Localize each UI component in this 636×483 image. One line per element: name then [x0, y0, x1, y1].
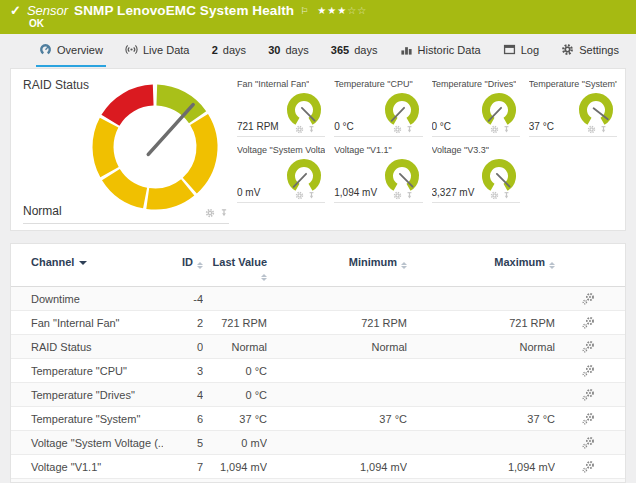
- raid-status-value: Normal: [23, 204, 62, 218]
- pin-icon[interactable]: [599, 125, 608, 134]
- tab-overview[interactable]: Overview: [36, 34, 106, 67]
- status-check-icon: ✓: [10, 3, 21, 19]
- priority-stars[interactable]: ★★★☆☆: [317, 3, 367, 19]
- gear-icon[interactable]: [490, 125, 499, 134]
- tab-label: Settings: [579, 44, 619, 56]
- tab-live-data[interactable]: Live Data: [122, 34, 192, 67]
- gauge-dial: [479, 90, 519, 130]
- actions-cell: [555, 407, 625, 431]
- last-value-cell: Normal: [203, 335, 267, 359]
- page-title: SNMP LenovoEMC System Health: [74, 3, 294, 19]
- maximum-cell: [407, 431, 555, 455]
- gear-icon[interactable]: [393, 125, 402, 134]
- last-value-cell: 721 RPM: [203, 311, 267, 335]
- gauge-panel: Temperature "System" 37 °C: [529, 77, 617, 137]
- raid-gauge-needle: [148, 105, 193, 155]
- flag-icon[interactable]: ⚐: [300, 3, 308, 19]
- pin-icon[interactable]: [405, 125, 414, 134]
- gear-icon[interactable]: [205, 208, 215, 218]
- gear-icon[interactable]: [295, 125, 304, 134]
- channel-settings-gears-icon[interactable]: [582, 340, 595, 353]
- gauge-panel: Fan "Internal Fan" 721 RPM: [237, 77, 325, 137]
- channel-settings-gears-icon[interactable]: [582, 460, 595, 473]
- tab-365-days[interactable]: 365days: [328, 34, 381, 67]
- tab-label: Historic Data: [418, 44, 481, 56]
- column-header-channel[interactable]: Channel: [11, 244, 163, 287]
- maximum-cell: Normal: [407, 335, 555, 359]
- tab-label: Live Data: [143, 44, 189, 56]
- tab-log[interactable]: Log: [500, 34, 542, 67]
- gauge-value: 0 mV: [237, 187, 260, 198]
- minimum-cell: 37 °C: [267, 407, 407, 431]
- column-header-maximum[interactable]: Maximum: [407, 244, 555, 287]
- column-header-last-value[interactable]: Last Value: [203, 244, 267, 287]
- tab-label: days: [223, 44, 246, 56]
- overview-panel: RAID Status Normal Fan "Internal Fan" 72…: [10, 68, 626, 231]
- last-value-cell: 0 mV: [203, 431, 267, 455]
- gauge-panel: Temperature "CPU" 0 °C: [334, 77, 422, 137]
- gauge-value: 37 °C: [529, 121, 554, 132]
- gauge-value: 0 °C: [432, 121, 452, 132]
- tab-label: Overview: [57, 44, 103, 56]
- pin-icon[interactable]: [307, 191, 316, 200]
- sort-desc-icon: [79, 261, 87, 265]
- channel-settings-gears-icon[interactable]: [582, 388, 595, 401]
- status-badge: OK: [29, 18, 44, 29]
- gear-icon[interactable]: [393, 191, 402, 200]
- gear-icon[interactable]: [490, 191, 499, 200]
- tab-2-days[interactable]: 2days: [209, 34, 249, 67]
- gear-icon[interactable]: [587, 125, 596, 134]
- pin-icon[interactable]: [307, 125, 316, 134]
- gauge-icon: [39, 43, 52, 56]
- object-kind-label: Sensor: [27, 3, 68, 19]
- table-row: Fan "Internal Fan"2721 RPM721 RPM721 RPM: [11, 311, 625, 335]
- tab-30-days[interactable]: 30days: [265, 34, 312, 67]
- channel-table: Channel ID Last Value Minimum Maximum Do…: [11, 244, 625, 483]
- pin-icon[interactable]: [502, 125, 511, 134]
- column-header-actions: [555, 244, 625, 287]
- pin-icon[interactable]: [219, 208, 229, 218]
- gauge-panel-icons: [295, 191, 316, 200]
- gauge-title: Voltage "V1.1": [334, 145, 391, 155]
- tab-label: days: [354, 44, 377, 56]
- channel-cell: RAID Status: [11, 335, 163, 359]
- minimum-cell: [267, 287, 407, 311]
- signal-icon: [125, 43, 138, 56]
- chart-icon: [400, 43, 413, 56]
- channel-settings-gears-icon[interactable]: [582, 316, 595, 329]
- actions-cell: [555, 335, 625, 359]
- channel-settings-gears-icon[interactable]: [582, 436, 595, 449]
- table-header-row: Channel ID Last Value Minimum Maximum: [11, 244, 625, 287]
- gauge-panel-icons: [393, 191, 414, 200]
- tab-settings[interactable]: Settings: [558, 34, 622, 67]
- minimum-cell: [267, 359, 407, 383]
- gauge-dial: [284, 156, 324, 196]
- actions-cell: [555, 287, 625, 311]
- pin-icon[interactable]: [405, 191, 414, 200]
- gauge-title: Voltage "System Voltage (12...: [237, 145, 325, 155]
- sensor-banner: ✓ Sensor SNMP LenovoEMC System Health ⚐ …: [0, 0, 636, 34]
- table-row: Temperature "Drives"40 °C: [11, 383, 625, 407]
- channel-settings-gears-icon[interactable]: [582, 292, 595, 305]
- channel-cell: Voltage "V1.1": [11, 455, 163, 479]
- pin-icon[interactable]: [502, 191, 511, 200]
- actions-cell: [555, 431, 625, 455]
- id-cell: 4: [163, 383, 203, 407]
- channel-cell: Voltage "V3.3": [11, 479, 163, 483]
- channel-settings-gears-icon[interactable]: [582, 412, 595, 425]
- actions-cell: [555, 311, 625, 335]
- gauge-panel-icons: [587, 125, 608, 134]
- column-header-minimum[interactable]: Minimum: [267, 244, 407, 287]
- tab-historic-data[interactable]: Historic Data: [397, 34, 484, 67]
- gauge-title: Voltage "V3.3": [432, 145, 489, 155]
- channel-settings-gears-icon[interactable]: [582, 364, 595, 377]
- gauge-panel-icons: [490, 191, 511, 200]
- gauge-panel-icons: [490, 125, 511, 134]
- gauge-dial: [576, 90, 616, 130]
- gauge-value: 0 °C: [334, 121, 354, 132]
- last-value-cell: 37 °C: [203, 407, 267, 431]
- sort-icon: [261, 274, 267, 281]
- gear-icon[interactable]: [295, 191, 304, 200]
- maximum-cell: 3,327 mV: [407, 479, 555, 483]
- column-header-id[interactable]: ID: [163, 244, 203, 287]
